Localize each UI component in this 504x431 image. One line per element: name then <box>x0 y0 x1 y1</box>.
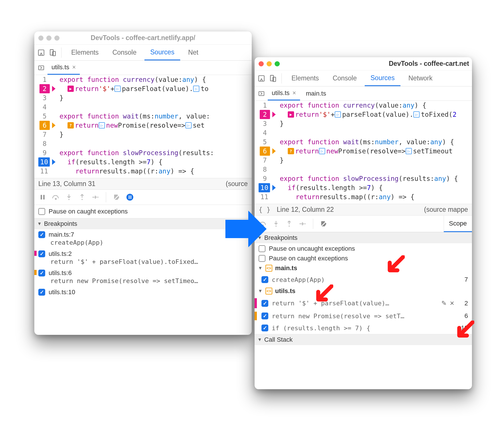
checkbox[interactable] <box>38 208 45 215</box>
bp-group-utils[interactable]: ▼ <> utils.ts <box>255 286 472 296</box>
deactivate-bp-icon[interactable] <box>112 193 121 201</box>
callstack-header[interactable]: ▼Call Stack <box>255 334 472 345</box>
disclosure-triangle-icon[interactable]: ▼ <box>258 288 263 294</box>
file-icon: <> <box>265 265 272 272</box>
col-bp-icon[interactable]: ▷ <box>319 148 325 154</box>
tab-sources[interactable]: Sources <box>365 70 400 86</box>
file-tab-utils[interactable]: utils.ts × <box>268 86 300 100</box>
disclosure-triangle-icon[interactable]: ▼ <box>37 221 42 226</box>
svg-point-10 <box>126 194 133 201</box>
col-bp-icon[interactable]: ▷ <box>413 111 420 118</box>
bp-row[interactable]: return new Promise(resolve => setT… 6 <box>255 310 472 322</box>
code-editor[interactable]: 1 2 3 4 5 6 7 8 9 10 11 export function … <box>34 75 252 178</box>
breakpoint-item[interactable]: utils.ts:6 <box>34 268 252 277</box>
col-bp-icon[interactable]: ▷ <box>193 86 199 92</box>
tab-network[interactable]: Network <box>403 70 438 86</box>
col-bp-icon[interactable]: ▷ <box>99 122 105 128</box>
col-bp-icon[interactable]: ▷ <box>185 122 192 128</box>
svg-rect-4 <box>41 195 42 199</box>
inspect-icon[interactable] <box>37 48 46 57</box>
checkbox[interactable] <box>38 250 45 257</box>
traffic-max-icon[interactable] <box>275 61 280 66</box>
step-icon[interactable] <box>91 193 100 201</box>
traffic-min-icon[interactable] <box>46 35 51 41</box>
checkbox[interactable] <box>38 270 45 276</box>
gutter[interactable]: 1 2 3 4 5 6 7 8 9 10 11 <box>34 75 55 178</box>
tab-console[interactable]: Console <box>107 45 142 60</box>
checkbox[interactable] <box>261 325 268 331</box>
titlebar[interactable]: DevTools - coffee-cart.net <box>255 57 472 70</box>
breakpoint-item[interactable]: utils.ts:2 <box>34 248 252 258</box>
col-bp-icon[interactable]: ▷ <box>406 148 412 154</box>
tab-sources[interactable]: Sources <box>144 45 180 60</box>
code-editor[interactable]: 1 2 3 4 5 6 7 8 9 10 11 export function … <box>255 101 472 204</box>
step-over-icon[interactable] <box>51 193 60 201</box>
bp-row[interactable]: createApp(App) 7 <box>255 274 472 286</box>
tab-network[interactable]: Net <box>182 45 204 60</box>
bp-snippet: createApp(App) <box>34 239 252 248</box>
col-bp-icon[interactable]: ▷ <box>335 111 341 118</box>
bp-color-strip <box>255 298 257 308</box>
pause-caught-row[interactable]: Pause on caught exceptions <box>255 253 472 263</box>
deactivate-bp-icon[interactable] <box>320 220 328 228</box>
close-icon[interactable]: × <box>292 89 296 97</box>
step-out-icon[interactable] <box>78 193 86 201</box>
close-icon[interactable]: × <box>72 64 76 71</box>
navigator-toggle-icon[interactable] <box>257 89 266 98</box>
tab-scope[interactable]: Scope <box>444 216 472 232</box>
checkbox[interactable] <box>261 300 268 307</box>
bp-row[interactable]: if (results.length >= 7) { 10 <box>255 322 472 334</box>
tab-elements[interactable]: Elements <box>286 70 325 86</box>
step-into-icon[interactable] <box>272 220 280 228</box>
file-tab-label: utils.ts <box>51 64 69 71</box>
pause-icon[interactable] <box>38 193 47 201</box>
inspect-icon[interactable] <box>257 74 266 83</box>
bp-row[interactable]: return '$' + parseFloat(value)… ✎ × 2 <box>255 296 472 310</box>
breakpoints-header[interactable]: ▼Breakpoints <box>255 232 472 243</box>
traffic-close-icon[interactable] <box>38 35 43 41</box>
traffic-close-icon[interactable] <box>259 61 264 66</box>
file-tab-main[interactable]: main.ts <box>302 86 330 100</box>
checkbox[interactable] <box>38 289 45 296</box>
checkbox[interactable] <box>261 276 268 283</box>
device-toggle-icon[interactable] <box>268 74 277 83</box>
file-tab-utils[interactable]: utils.ts × <box>47 61 80 75</box>
device-toggle-icon[interactable] <box>48 48 57 57</box>
titlebar[interactable]: DevTools - coffee-cart.netlify.app/ <box>34 31 252 45</box>
pause-caught-row[interactable]: Pause on caught exceptions <box>34 205 252 218</box>
breakpoints-header[interactable]: ▼Breakpoints <box>34 218 252 229</box>
checkbox[interactable] <box>38 231 45 238</box>
devtools-window-before: DevTools - coffee-cart.netlify.app/ Elem… <box>34 31 252 335</box>
checkbox[interactable] <box>261 313 268 319</box>
breakpoint-marker-icon[interactable]: ▶ <box>68 86 74 92</box>
edit-icon[interactable]: ✎ <box>441 300 447 307</box>
tab-console[interactable]: Console <box>327 70 362 86</box>
disclosure-triangle-icon[interactable]: ▼ <box>258 266 263 271</box>
bp-file: main.ts:7 <box>49 231 74 238</box>
breakpoint-marker-icon[interactable]: ▶ <box>288 111 294 118</box>
step-out-icon[interactable] <box>285 220 293 228</box>
gutter[interactable]: 1 2 3 4 5 6 7 8 9 10 11 <box>255 101 275 204</box>
traffic-max-icon[interactable] <box>54 35 59 41</box>
checkbox[interactable] <box>259 255 265 262</box>
file-tabs: utils.ts × main.ts <box>255 86 472 101</box>
step-into-icon[interactable] <box>65 193 73 201</box>
pause-exceptions-icon[interactable] <box>126 193 134 201</box>
svg-rect-3 <box>39 66 44 70</box>
panel-tabs: Elements Console Sources Net <box>34 45 252 61</box>
bp-group-main[interactable]: ▼ <> main.ts <box>255 263 472 274</box>
breakpoint-item[interactable]: main.ts:7 <box>34 229 252 239</box>
breakpoint-marker-icon[interactable]: ? <box>288 148 294 154</box>
delete-icon[interactable]: × <box>450 299 454 308</box>
breakpoint-marker-icon[interactable]: ? <box>68 122 74 128</box>
navigator-toggle-icon[interactable] <box>37 63 46 72</box>
traffic-min-icon[interactable] <box>267 61 272 66</box>
tab-elements[interactable]: Elements <box>66 45 104 60</box>
col-bp-icon[interactable]: ▷ <box>114 86 121 92</box>
sourcemap-hint: (source mappe <box>424 206 468 213</box>
pause-uncaught-row[interactable]: Pause on uncaught exceptions <box>255 243 472 253</box>
breakpoint-item[interactable]: utils.ts:10 <box>34 287 252 296</box>
step-icon[interactable] <box>298 220 307 228</box>
disclosure-triangle-icon[interactable]: ▼ <box>257 337 262 342</box>
devtools-window-after: DevTools - coffee-cart.net Elements Cons… <box>255 57 472 389</box>
